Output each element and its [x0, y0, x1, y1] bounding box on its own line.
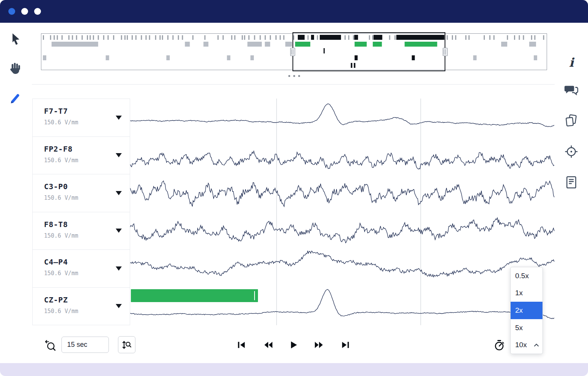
chevron-down-icon: [116, 116, 122, 120]
speed-current-value: 10x: [515, 341, 527, 349]
bottom-strip: [0, 363, 588, 376]
pan-tool-button[interactable]: [7, 60, 24, 77]
channel-row: C3-P0 150.6 V/mm: [33, 174, 130, 212]
stopwatch-icon: [493, 339, 505, 351]
window-button-2[interactable]: [21, 8, 28, 15]
titlebar: [0, 0, 588, 23]
pages-button[interactable]: [562, 111, 580, 130]
speed-options: 0.5x1x2x5x: [511, 267, 542, 336]
channel-dropdown-button[interactable]: [114, 188, 124, 198]
info-icon: i: [567, 56, 575, 70]
report-button[interactable]: [562, 173, 580, 191]
window-button-3[interactable]: [34, 8, 41, 15]
play-button[interactable]: [286, 337, 301, 352]
rewind-icon: [263, 340, 274, 350]
crosshair-button[interactable]: [562, 143, 580, 161]
chevron-down-icon: [116, 191, 122, 195]
zoom-back-icon: [44, 339, 56, 351]
channel-dropdown-button[interactable]: [114, 301, 124, 311]
channel-row: C4—P4 150.6 V/mm: [33, 250, 130, 288]
fast-forward-button[interactable]: [311, 337, 327, 352]
crosshair-icon: [564, 144, 579, 159]
timer-button[interactable]: [492, 338, 506, 352]
comments-button[interactable]: [562, 81, 580, 99]
select-tool-button[interactable]: [7, 30, 24, 48]
skip-end-icon: [341, 340, 351, 350]
skip-end-button[interactable]: [338, 337, 353, 352]
chevron-up-icon: [534, 343, 539, 347]
overview-ellipsis[interactable]: [41, 75, 547, 77]
pages-icon: [564, 114, 578, 127]
info-button[interactable]: i: [562, 54, 580, 72]
window-button-1[interactable]: [8, 8, 15, 15]
channel-row: CZ-PZ 150.6 V/mm: [33, 288, 130, 325]
selection-right-handle[interactable]: [443, 48, 448, 56]
chevron-down-icon: [116, 229, 122, 233]
comments-icon: [564, 84, 579, 97]
speed-option-0.5x[interactable]: 0.5x: [511, 267, 542, 285]
play-icon: [288, 340, 298, 350]
speed-option-2x[interactable]: 2x: [511, 302, 542, 319]
channel-row: F8-T8 150.6 V/mm: [33, 212, 130, 250]
dot: [298, 75, 300, 77]
rewind-button[interactable]: [261, 337, 276, 352]
cursor-icon: [9, 32, 22, 46]
app-window: i F7-T7: [0, 0, 588, 376]
chevron-down-icon: [116, 153, 122, 157]
fast-forward-icon: [314, 340, 324, 350]
amplitude-fit-button[interactable]: [118, 336, 135, 353]
channel-dropdown-button[interactable]: [114, 113, 124, 122]
hand-icon: [8, 61, 23, 76]
waveform-area[interactable]: [130, 99, 555, 325]
annotate-tool-button[interactable]: [7, 89, 24, 107]
channel-list: F7-T7 150.6 V/mm FP2-F8 150.6 V/mm C3-P0…: [32, 99, 130, 325]
text-caret: [254, 291, 255, 300]
report-icon: [565, 175, 577, 189]
speed-option-1x[interactable]: 1x: [511, 285, 542, 302]
left-toolbar: [0, 23, 30, 363]
annotation-input[interactable]: [131, 289, 258, 302]
selection-left-handle[interactable]: [290, 48, 295, 56]
svg-text:i: i: [569, 56, 575, 70]
vertical-zoom-icon: [121, 340, 132, 350]
right-toolbar: [555, 23, 588, 363]
dot: [288, 75, 290, 77]
divider: [32, 84, 555, 85]
chevron-down-icon: [116, 304, 122, 308]
dot: [293, 75, 295, 77]
overview-selection-window[interactable]: [292, 32, 445, 71]
speed-menu: 0.5x1x2x5x 10x: [510, 267, 543, 354]
channel-dropdown-button[interactable]: [114, 226, 124, 236]
speed-select[interactable]: 10x: [511, 336, 542, 354]
window-length-input[interactable]: [61, 337, 109, 353]
chevron-down-icon: [116, 266, 122, 271]
skip-start-button[interactable]: [234, 337, 249, 352]
skip-start-icon: [236, 340, 246, 350]
pen-icon: [9, 91, 22, 105]
speed-option-5x[interactable]: 5x: [511, 319, 542, 337]
zoom-reset-button[interactable]: [43, 338, 57, 352]
timeline-overview[interactable]: [41, 33, 547, 70]
channel-dropdown-button[interactable]: [114, 150, 124, 160]
channel-dropdown-button[interactable]: [114, 263, 124, 273]
channel-row: F7-T7 150.6 V/mm: [33, 99, 130, 137]
channel-row: FP2-F8 150.6 V/mm: [33, 137, 130, 175]
